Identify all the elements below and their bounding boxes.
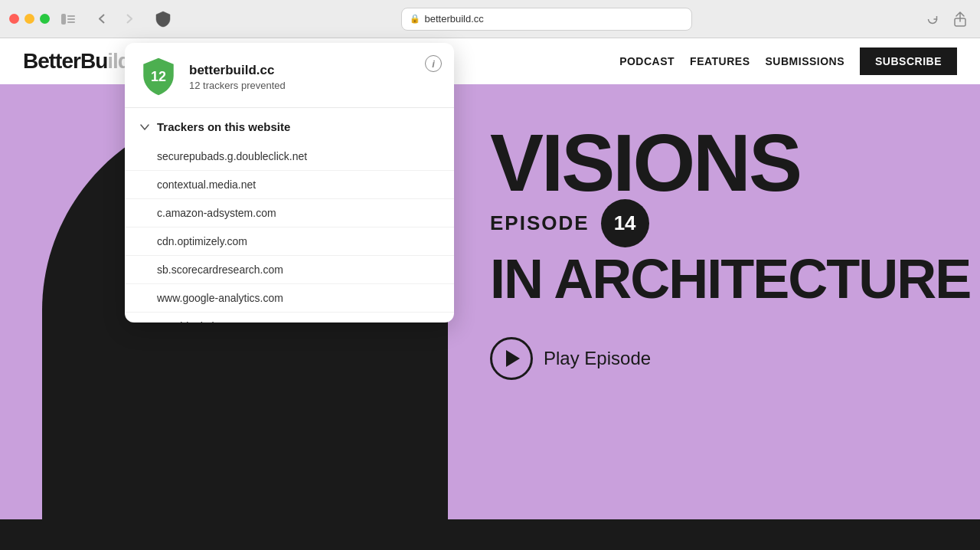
episode-number-badge: 14 xyxy=(601,199,649,247)
tracker-item: contextual.media.net xyxy=(125,171,454,199)
tracker-item: c.amazon-adsystem.com xyxy=(125,199,454,228)
popup-site-info: betterbuild.cc 12 trackers prevented xyxy=(189,63,286,91)
subscribe-button[interactable]: SUBSCRIBE xyxy=(860,47,957,75)
hero-episode-label: EPISODE xyxy=(490,211,590,235)
reload-button[interactable] xyxy=(922,8,943,30)
shield-badge: 12 xyxy=(139,57,178,97)
trackers-section-header[interactable]: Trackers on this website xyxy=(125,108,454,142)
back-button[interactable] xyxy=(91,8,113,30)
popup-body[interactable]: Trackers on this website securepubads.g.… xyxy=(125,108,454,322)
svg-text:12: 12 xyxy=(151,69,166,84)
privacy-popup: 12 betterbuild.cc 12 trackers prevented … xyxy=(125,43,454,322)
play-episode-button[interactable]: Play Episode xyxy=(490,337,980,380)
tracker-item: sb.scorecardresearch.com xyxy=(125,256,454,284)
site-logo: BetterBuild xyxy=(23,49,130,74)
info-icon[interactable]: i xyxy=(425,55,442,72)
tracker-item: securepubads.g.doubleclick.net xyxy=(125,142,454,171)
share-button[interactable] xyxy=(949,8,971,30)
close-button[interactable] xyxy=(9,14,19,24)
minimize-button[interactable] xyxy=(24,14,34,24)
tracker-item: tags.bluekai.com xyxy=(125,313,454,322)
sidebar-toggle-button[interactable] xyxy=(56,8,80,30)
tracker-list: securepubads.g.doubleclick.netcontextual… xyxy=(125,142,454,322)
play-label: Play Episode xyxy=(544,348,651,369)
popup-trackers-count: 12 trackers prevented xyxy=(189,80,286,91)
privacy-shield-icon[interactable] xyxy=(152,8,174,30)
svg-rect-1 xyxy=(67,15,75,17)
popup-site-name: betterbuild.cc xyxy=(189,63,286,78)
maximize-button[interactable] xyxy=(40,14,50,24)
svg-rect-2 xyxy=(67,18,75,20)
nav-features[interactable]: FEATURES xyxy=(690,55,750,67)
chevron-down-icon xyxy=(139,121,151,133)
address-bar[interactable]: 🔒 betterbuild.cc xyxy=(401,8,692,31)
play-triangle-icon xyxy=(506,350,520,367)
hero-title-arch: IN ARCHITECTURE xyxy=(490,251,980,306)
address-bar-container: 🔒 betterbuild.cc xyxy=(180,8,913,31)
traffic-lights xyxy=(9,14,50,24)
section-title: Trackers on this website xyxy=(157,120,290,133)
tracker-item: cdn.optimizely.com xyxy=(125,228,454,256)
address-text: betterbuild.cc xyxy=(425,13,484,25)
play-circle-icon xyxy=(490,337,533,380)
tracker-item: www.google-analytics.com xyxy=(125,284,454,313)
hero-title-visions: VISIONS xyxy=(490,123,800,203)
lock-icon: 🔒 xyxy=(410,14,420,24)
bottom-bar xyxy=(0,519,980,550)
nav-submissions[interactable]: SUBMISSIONS xyxy=(766,55,845,67)
svg-rect-0 xyxy=(61,14,66,25)
title-bar: 🔒 betterbuild.cc xyxy=(0,0,980,38)
svg-rect-3 xyxy=(67,21,75,23)
popup-header: 12 betterbuild.cc 12 trackers prevented … xyxy=(125,43,454,108)
forward-button[interactable] xyxy=(119,8,140,30)
nav-podcast[interactable]: PODCAST xyxy=(619,55,675,67)
